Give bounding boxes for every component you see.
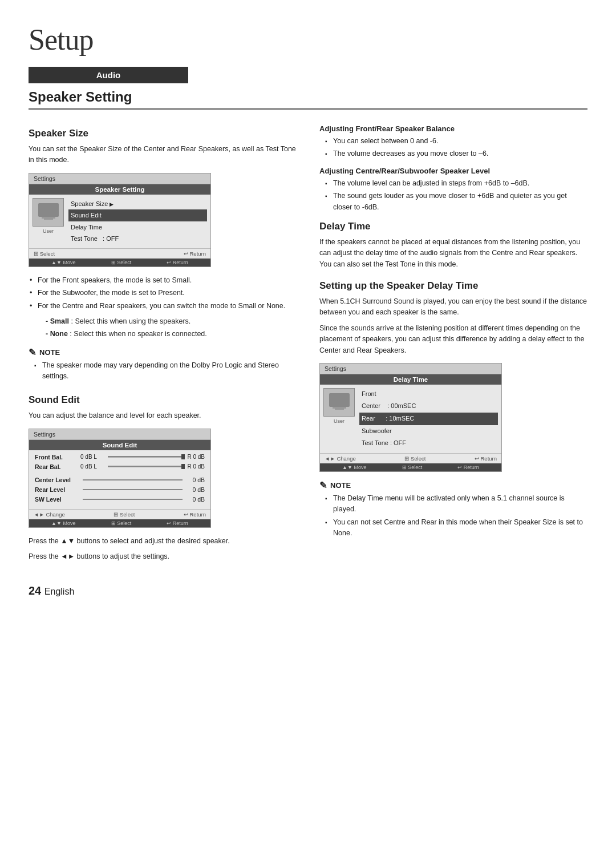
svg-rect-0: [38, 203, 59, 217]
speaker-size-note: ✎ NOTE The speaker mode may vary dependi…: [29, 347, 297, 382]
page-number: 24 English: [29, 584, 587, 597]
speaker-size-heading: Speaker Size: [29, 128, 297, 139]
svg-rect-4: [333, 407, 346, 409]
delay-note-list: The Delay Time menu will be activated on…: [319, 493, 587, 539]
adj-front-rear-heading: Adjusting Front/Rear Speaker Balance: [319, 124, 587, 133]
note-icon: ✎: [29, 347, 36, 358]
screen-menu-item-delay-time: Delay Time: [68, 221, 207, 233]
dash-item-none: - None : Select this when no speaker is …: [29, 329, 297, 340]
dt-tv-icon: [323, 388, 355, 417]
note-list: The speaker mode may vary depending on t…: [29, 360, 297, 382]
setting-up-heading: Setting up the Speaker Delay Time: [319, 280, 587, 292]
delay-time-note: ✎ NOTE The Delay Time menu will be activ…: [319, 480, 587, 539]
setting-up-body2: Since the sounds arrive at the listening…: [319, 323, 587, 356]
bullet-item: For the Subwoofer, the mode is set to Pr…: [29, 288, 297, 298]
svg-rect-2: [44, 219, 53, 220]
speaker-size-body: You can set the Speaker Size of the Cent…: [29, 144, 297, 166]
sound-edit-screen: Settings Sound Edit Front Bal. 0 dB L R …: [29, 429, 211, 528]
dt-item-test-tone: Test Tone : OFF: [359, 437, 498, 450]
dt-item-rear: Rear : 10mSEC: [359, 413, 498, 425]
delay-time-heading: Delay Time: [319, 221, 587, 232]
note-item: The speaker mode may vary depending on t…: [34, 360, 297, 382]
se-rear-bal-row: Rear Bal. 0 dB L R 0 dB: [35, 463, 205, 470]
dt-footer: ◄► Change⊞ Select↩ Return: [320, 453, 501, 463]
svg-rect-5: [335, 409, 344, 410]
screen-menu-item-speaker-size: Speaker Size: [68, 198, 207, 210]
se-rear-level: Rear Level 0 dB: [35, 486, 205, 493]
adj-centre-heading: Adjusting Centre/Rear/Subwoofer Speaker …: [319, 167, 587, 175]
screen-menu-item-sound-edit: Sound Edit: [68, 209, 207, 221]
setting-up-body1: When 5.1CH Surround Sound is played, you…: [319, 296, 587, 318]
adj-front-rear-bullets: You can select between 0 and -6. The vol…: [319, 136, 587, 160]
se-header: Sound Edit: [29, 440, 210, 450]
sound-edit-heading: Sound Edit: [29, 394, 297, 406]
svg-rect-1: [42, 217, 55, 219]
adj-centre-bullets: The volume level can be adjusted in step…: [319, 178, 587, 213]
delay-time-screen: Settings Delay Time User Front Center: [319, 363, 502, 472]
screen-footer: ⊞ Select↩ Return: [29, 248, 210, 259]
delay-time-body: If the speakers cannot be placed at equa…: [319, 237, 587, 270]
svg-rect-3: [329, 393, 350, 407]
sound-edit-body: You can adjust the balance and level for…: [29, 410, 297, 421]
screen-title-bar: Settings: [29, 173, 210, 184]
screen-menu-item-test-tone: Test Tone : OFF: [68, 233, 207, 245]
bullet-item: For the Front speakers, the mode is set …: [29, 275, 297, 286]
screen-tv-label: User: [33, 228, 64, 234]
adj-bullet-1: The volume decreases as you move closer …: [325, 148, 587, 159]
screen-footer2: ▲▼ Move⊞ Select↩ Return: [29, 259, 210, 266]
se-sw-level: SW Level 0 dB: [35, 496, 205, 503]
se-footer2: ▲▼ Move⊞ Select↩ Return: [29, 519, 210, 527]
dt-header: Delay Time: [320, 374, 501, 385]
adj-bullet-0: You can select between 0 and -6.: [325, 136, 587, 147]
adj-centre-bullet-0: The volume level can be adjusted in step…: [325, 178, 587, 189]
speaker-setting-title: Speaker Setting: [29, 89, 587, 110]
screen-header: Speaker Setting: [29, 184, 210, 195]
speaker-setting-screen: Settings Speaker Setting User Speaker Si…: [29, 173, 211, 267]
se-footer: ◄► Change⊞ Select↩ Return: [29, 509, 210, 519]
delay-note-title: ✎ NOTE: [319, 480, 587, 491]
note-title: ✎ NOTE: [29, 347, 297, 358]
dt-item-subwoofer: Subwoofer: [359, 425, 498, 438]
dash-item-small: - Small : Select this when using the spe…: [29, 316, 297, 327]
bullet-item: For the Centre and Rear speakers, you ca…: [29, 301, 297, 312]
delay-note-item-1: You can not set Centre and Rear in this …: [325, 517, 587, 539]
speaker-size-bullets: For the Front speakers, the mode is set …: [29, 275, 297, 312]
press-lr-text: Press the ◄► buttons to adjust the setti…: [29, 551, 297, 562]
se-center-level: Center Level 0 dB: [35, 477, 205, 483]
se-title-bar: Settings: [29, 429, 210, 440]
dt-item-front: Front: [359, 388, 498, 401]
adj-centre-bullet-1: The sound gets louder as you move closer…: [325, 191, 587, 213]
delay-note-icon: ✎: [319, 480, 327, 491]
dt-footer2: ▲▼ Move⊞ Select↩ Return: [320, 463, 501, 471]
dt-item-center: Center : 00mSEC: [359, 400, 498, 413]
audio-badge: Audio: [29, 67, 188, 83]
press-arrows-text: Press the ▲▼ buttons to select and adjus…: [29, 536, 297, 547]
dt-title-bar: Settings: [320, 364, 501, 374]
page-title: Setup: [29, 23, 587, 56]
screen-tv-icon: [33, 198, 64, 227]
delay-note-item-0: The Delay Time menu will be activated on…: [325, 493, 587, 515]
se-front-bal-row: Front Bal. 0 dB L R 0 dB: [35, 454, 205, 461]
dt-tv-label: User: [323, 418, 355, 424]
